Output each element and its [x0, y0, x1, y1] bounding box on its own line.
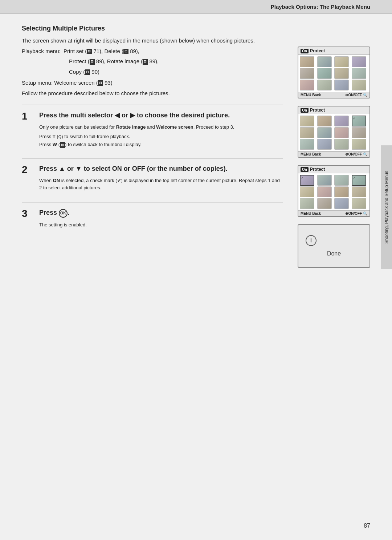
- info-icon: i: [306, 235, 317, 246]
- photo-cell-3-2: [317, 175, 332, 186]
- camera-screen-1: On Protect MENU Back ⊕ON/OFF 🔍: [298, 47, 370, 98]
- icon-thumbnail: ⊞: [60, 142, 65, 148]
- icon-delete: ⊡: [123, 49, 128, 55]
- sidebar-label: Shooting, Playback and Setup Menus: [384, 171, 389, 243]
- photo-cell-3-8: [352, 186, 366, 197]
- screen-1-footer: MENU Back ⊕ON/OFF 🔍: [298, 92, 369, 98]
- on-badge-1: On: [301, 49, 309, 53]
- photo-cell-3-7: [334, 186, 349, 197]
- intro-paragraph-3: Protect (⊡ 89), Rotate image (⊡ 89),: [69, 57, 283, 66]
- intro-follow: Follow the procedure described below to …: [22, 89, 283, 98]
- photo-cell-1-11: [334, 80, 349, 90]
- step-1-press-t: Press T (Q) to switch to full-frame play…: [39, 133, 283, 141]
- done-screen: i Done: [298, 224, 370, 268]
- screen-2-back: MENU Back: [301, 152, 321, 156]
- photo-cell-3-10: [317, 198, 332, 209]
- ok-button-icon: OK: [59, 209, 68, 218]
- photo-cell-3-9: [300, 198, 314, 209]
- photo-cell-1-5: [300, 68, 314, 79]
- step-2-desc-1: When ON is selected, a check mark (✔) is…: [39, 177, 283, 191]
- intro-paragraph-4: Copy (⊡ 90): [69, 68, 283, 76]
- on-badge-3: On: [301, 167, 309, 172]
- done-label: Done: [327, 250, 341, 257]
- sidebar-panel: Shooting, Playback and Setup Menus: [381, 145, 392, 269]
- step-1-number: 1: [22, 111, 33, 122]
- icon-welcome: ⊡: [98, 80, 103, 86]
- intro-setup-menu: Setup menu: Welcome screen (⊡ 93): [22, 79, 283, 87]
- screen-3-header: On Protect: [298, 166, 369, 173]
- page-number: 87: [364, 523, 370, 529]
- photo-cell-3-1: ✓: [300, 175, 314, 186]
- divider-2: [22, 158, 283, 158]
- screen-3-onoff: ⊕ON/OFF 🔍: [345, 211, 367, 215]
- screen-2-grid: ✓: [298, 114, 369, 151]
- intro-paragraph-2: Playback menu: Print set (⊡ 71), Delete …: [22, 47, 283, 56]
- step-3-desc: The setting is enabled.: [39, 221, 283, 229]
- right-column: On Protect MENU Back ⊕ON/OFF 🔍: [294, 25, 374, 268]
- photo-cell-2-8: [352, 127, 366, 138]
- screen-3-footer: MENU Back ⊕ON/OFF 🔍: [298, 210, 369, 216]
- step-3-content: Press OK. The setting is enabled.: [39, 208, 283, 230]
- on-badge-2: On: [301, 108, 309, 113]
- screen-1-back: MENU Back: [301, 93, 321, 97]
- page-header: Playback Options: The Playback Menu: [0, 0, 392, 14]
- screen-1-grid: [298, 55, 369, 92]
- photo-cell-1-7: [334, 68, 349, 79]
- photo-cell-1-8: [352, 68, 366, 79]
- check-mark-3-4: ✓: [353, 176, 356, 180]
- icon-protect: ⊡: [90, 59, 95, 65]
- screen-1-label: Protect: [310, 48, 325, 53]
- divider-3: [22, 202, 283, 202]
- section-title: Selecting Multiple Pictures: [22, 25, 283, 32]
- photo-cell-3-4: ✓: [352, 175, 366, 186]
- screen-1-onoff: ⊕ON/OFF 🔍: [345, 93, 367, 97]
- photo-cell-2-12: [352, 139, 366, 150]
- step-3-title: Press OK.: [39, 208, 283, 217]
- photo-cell-3-11: [334, 198, 349, 209]
- photo-cell-2-3: [334, 116, 349, 126]
- photo-cell-1-6: [317, 68, 332, 79]
- icon-print-set: ⊡: [87, 49, 92, 55]
- step-1-press-w: Press W (⊞) to switch back to thumbnail …: [39, 141, 283, 149]
- intro-paragraph-1: The screen shown at right will be displa…: [22, 37, 283, 45]
- photo-cell-1-1: [300, 56, 314, 67]
- step-1-title: Press the multi selector ◀ or ▶ to choos…: [39, 111, 283, 120]
- photo-cell-1-4: [352, 56, 366, 67]
- step-1-block: 1 Press the multi selector ◀ or ▶ to cho…: [22, 111, 283, 149]
- check-mark-3-1: ✓: [301, 176, 304, 180]
- photo-cell-3-5: [300, 186, 314, 197]
- step-3-number: 3: [22, 208, 33, 219]
- screen-1-header: On Protect: [298, 47, 369, 55]
- photo-cell-2-10: [317, 139, 332, 150]
- photo-cell-2-5: [300, 127, 314, 138]
- photo-cell-2-11: [334, 139, 349, 150]
- step-2-number: 2: [22, 164, 33, 176]
- photo-cell-3-6: [317, 186, 332, 197]
- photo-cell-2-7: [334, 127, 349, 138]
- icon-copy: ⊡: [85, 69, 90, 75]
- check-mark: ✓: [353, 117, 356, 120]
- photo-cell-1-2: [317, 56, 332, 67]
- photo-cell-2-2: [317, 116, 332, 126]
- photo-cell-1-9: [300, 80, 314, 90]
- screen-2-header: On Protect: [298, 106, 369, 114]
- photo-cell-2-1: [300, 116, 314, 126]
- screen-3-back: MENU Back: [301, 211, 321, 215]
- step-2-content: Press ▲ or ▼ to select ON or OFF (or the…: [39, 164, 283, 193]
- camera-screen-2: On Protect ✓ MENU Back ⊕ON/OFF 🔍: [298, 106, 370, 158]
- screen-2-label: Protect: [310, 108, 325, 113]
- header-title: Playback Options: The Playback Menu: [271, 4, 370, 10]
- step-2-block: 2 Press ▲ or ▼ to select ON or OFF (or t…: [22, 164, 283, 193]
- screen-2-footer: MENU Back ⊕ON/OFF 🔍: [298, 151, 369, 157]
- screen-3-grid: ✓ ✓: [298, 173, 369, 210]
- divider-1: [22, 105, 283, 105]
- photo-cell-2-9: [300, 139, 314, 150]
- photo-cell-3-3: [334, 175, 349, 186]
- camera-screen-3: On Protect ✓ ✓ MENU Back ⊕ON/OFF 🔍: [298, 165, 370, 217]
- photo-cell-1-10: [317, 80, 332, 90]
- photo-cell-3-12: [352, 198, 366, 209]
- photo-cell-1-12: [352, 80, 366, 90]
- icon-rotate: ⊡: [143, 59, 148, 65]
- screen-3-label: Protect: [310, 167, 325, 172]
- photo-cell-2-4: ✓: [352, 116, 366, 126]
